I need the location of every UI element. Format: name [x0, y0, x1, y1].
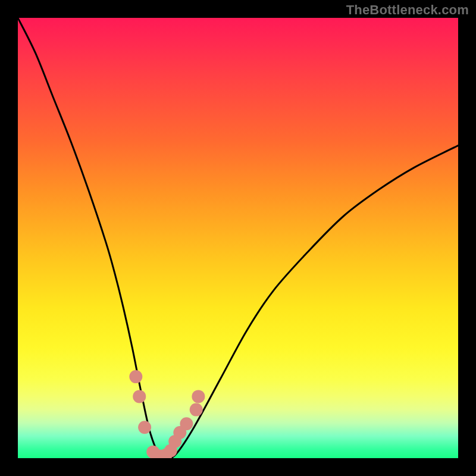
curve-marker [133, 390, 146, 403]
curve-layer [18, 18, 458, 458]
watermark-text: TheBottleneck.com [346, 2, 469, 18]
curve-marker [138, 421, 151, 434]
bottleneck-curve [18, 18, 458, 458]
curve-marker [129, 370, 142, 383]
curve-marker [192, 390, 205, 403]
chart-frame: TheBottleneck.com [0, 0, 476, 476]
curve-marker [180, 417, 193, 430]
plot-area [18, 18, 458, 458]
marker-group [129, 370, 205, 458]
curve-marker [190, 403, 203, 416]
